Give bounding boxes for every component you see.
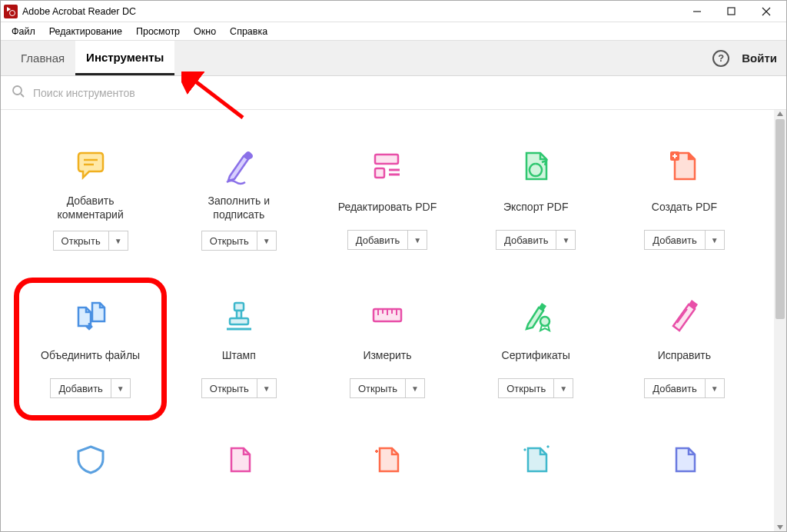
tool-action-button[interactable]: Добавить▼: [644, 230, 724, 250]
scrollbar-thumb[interactable]: [775, 119, 785, 319]
shield-icon: [72, 444, 109, 474]
tool-action-label: Добавить: [348, 231, 407, 249]
tool-label: Объединить файлы: [41, 343, 140, 369]
content-area: Добавить комментарийОткрыть▼Заполнить и …: [1, 110, 786, 531]
svg-rect-8: [375, 155, 398, 164]
tool-label: Измерить: [363, 343, 411, 369]
tool-action-label: Открыть: [54, 231, 108, 250]
tool-action-button[interactable]: Открыть▼: [350, 378, 425, 398]
menubar: Файл Редактирование Просмотр Окно Справк…: [1, 22, 786, 41]
chevron-down-icon[interactable]: ▼: [257, 231, 276, 250]
stamp-icon: [221, 297, 257, 334]
chevron-down-icon[interactable]: ▼: [108, 231, 128, 250]
signin-button[interactable]: Войти: [742, 52, 777, 65]
svg-rect-15: [230, 318, 248, 324]
svg-line-5: [21, 94, 24, 97]
edit-pdf-icon: [369, 148, 406, 185]
chevron-down-icon[interactable]: ▼: [556, 231, 575, 249]
tool-comment: Добавить комментарийОткрыть▼: [16, 148, 164, 251]
tool-create-pdf: Создать PDFДобавить▼: [610, 148, 759, 251]
tool-action-button[interactable]: Добавить▼: [50, 378, 130, 398]
chevron-down-icon[interactable]: ▼: [705, 231, 724, 249]
tool-action-button[interactable]: Добавить▼: [496, 230, 576, 250]
page-spark-icon: [369, 444, 406, 474]
window-title: Adobe Acrobat Reader DC: [22, 6, 679, 17]
menu-window[interactable]: Окно: [188, 25, 222, 38]
menu-view[interactable]: Просмотр: [130, 25, 186, 38]
app-window: Adobe Acrobat Reader DC Файл Редактирова…: [0, 0, 787, 532]
chevron-down-icon[interactable]: ▼: [111, 379, 130, 397]
svg-point-23: [540, 317, 550, 326]
svg-rect-9: [375, 168, 384, 178]
scrollbar[interactable]: [774, 110, 786, 531]
tool-label: Штамп: [222, 343, 256, 369]
redact-icon: [666, 297, 702, 334]
menu-help[interactable]: Справка: [224, 25, 274, 38]
page-icon: [221, 444, 257, 474]
tool-stamp: ШтампОткрыть▼: [164, 297, 313, 401]
tool-fill-sign: Заполнить и подписатьОткрыть▼: [164, 148, 313, 251]
minimize-button[interactable]: [679, 1, 714, 22]
tool-action-label: Открыть: [202, 379, 257, 397]
tab-tools[interactable]: Инструменты: [75, 41, 174, 75]
tool-label: Добавить комментарий: [33, 195, 148, 221]
menu-file[interactable]: Файл: [5, 25, 42, 38]
chevron-down-icon[interactable]: ▼: [705, 379, 724, 397]
app-icon: [4, 5, 18, 18]
tool-action-label: Добавить: [645, 379, 704, 397]
titlebar: Adobe Acrobat Reader DC: [1, 1, 786, 22]
tool-partial: [462, 444, 610, 484]
tool-action-label: Открыть: [499, 379, 553, 397]
tool-measure: ИзмеритьОткрыть▼: [313, 297, 461, 401]
tool-label: Заполнить и подписать: [181, 195, 297, 221]
tool-action-button[interactable]: Открыть▼: [201, 378, 277, 398]
close-button[interactable]: [749, 1, 783, 22]
chevron-down-icon[interactable]: ▼: [257, 379, 276, 397]
comment-icon: [72, 148, 109, 185]
chevron-down-icon[interactable]: ▼: [553, 379, 573, 397]
tool-label: Исправить: [658, 343, 711, 369]
window-controls: [679, 1, 783, 22]
tool-action-button[interactable]: Добавить▼: [347, 230, 427, 250]
svg-rect-1: [728, 8, 735, 15]
tool-export-pdf: Экспорт PDFДобавить▼: [462, 148, 610, 251]
chevron-down-icon[interactable]: ▼: [405, 379, 424, 397]
tool-partial: [164, 444, 313, 484]
searchbar: [1, 76, 786, 110]
fill-sign-icon: [221, 148, 257, 185]
tool-action-label: Добавить: [496, 231, 556, 249]
search-icon: [12, 85, 25, 101]
tool-edit-pdf: Редактировать PDFДобавить▼: [313, 148, 461, 251]
tool-label: Экспорт PDF: [503, 195, 569, 221]
menu-edit[interactable]: Редактирование: [43, 25, 128, 38]
tool-action-label: Открыть: [202, 231, 257, 250]
tool-partial: [16, 444, 164, 484]
maximize-button[interactable]: [714, 1, 749, 22]
tool-partial: [610, 444, 759, 484]
tool-action-label: Добавить: [645, 231, 704, 249]
page-sparkle-icon: [517, 444, 554, 474]
tool-label: Сертификаты: [502, 343, 570, 369]
tool-action-label: Добавить: [51, 379, 110, 397]
help-icon[interactable]: ?: [712, 50, 729, 67]
certificates-icon: [517, 297, 554, 334]
tab-home[interactable]: Главная: [10, 41, 75, 75]
tool-combine: Объединить файлыДобавить▼: [14, 278, 167, 421]
measure-icon: [369, 297, 406, 334]
tool-action-button[interactable]: Открыть▼: [498, 378, 573, 398]
tool-redact: ИсправитьДобавить▼: [610, 297, 759, 401]
tool-label: Создать PDF: [652, 195, 717, 221]
tool-action-button[interactable]: Открыть▼: [201, 231, 277, 251]
tool-action-label: Открыть: [350, 379, 405, 397]
chevron-down-icon[interactable]: ▼: [407, 231, 427, 249]
tool-action-button[interactable]: Добавить▼: [644, 378, 724, 398]
page-icon: [666, 444, 702, 474]
svg-rect-14: [237, 311, 241, 318]
svg-rect-13: [234, 303, 244, 311]
search-input[interactable]: [33, 87, 775, 99]
tool-action-button[interactable]: Открыть▼: [53, 231, 128, 251]
tool-label: Редактировать PDF: [338, 195, 437, 221]
create-pdf-icon: [666, 148, 702, 185]
combine-icon: [72, 297, 109, 334]
tabbar: Главная Инструменты ? Войти: [1, 41, 786, 76]
